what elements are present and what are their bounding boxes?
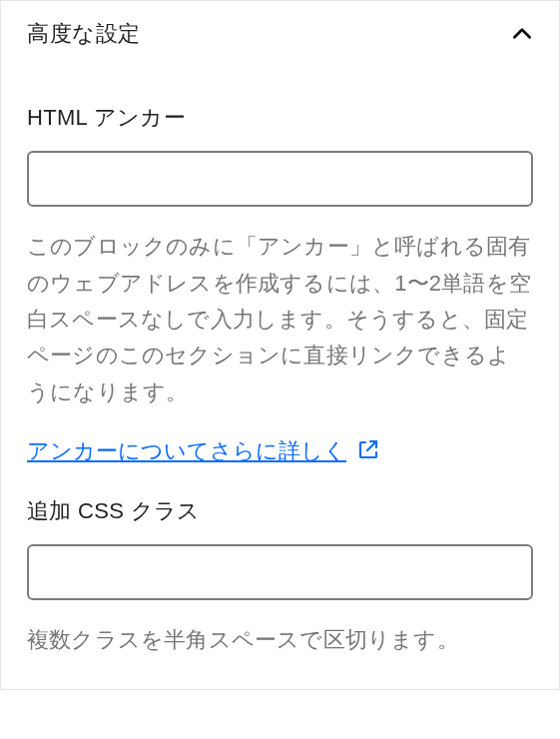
css-class-help: 複数クラスを半角スペースで区切ります。 [27, 622, 533, 657]
anchor-learn-more-label: アンカーについてさらに詳しく [27, 436, 346, 466]
panel-body: HTML アンカー このブロックのみに「アンカー」と呼ばれる固有のウェブアドレス… [1, 67, 559, 689]
css-class-label: 追加 CSS クラス [27, 496, 533, 526]
html-anchor-label: HTML アンカー [27, 103, 533, 133]
css-class-input[interactable] [27, 544, 533, 600]
anchor-learn-more-row: アンカーについてさらに詳しく [27, 436, 533, 466]
svg-line-0 [367, 441, 376, 450]
html-anchor-input[interactable] [27, 151, 533, 207]
panel-header[interactable]: 高度な設定 [1, 1, 559, 67]
advanced-settings-panel: 高度な設定 HTML アンカー このブロックのみに「アンカー」と呼ばれる固有のウ… [0, 0, 560, 690]
anchor-learn-more-link[interactable]: アンカーについてさらに詳しく [27, 436, 380, 466]
chevron-up-icon [509, 21, 535, 47]
external-link-icon [356, 437, 380, 467]
panel-title: 高度な設定 [27, 21, 141, 47]
html-anchor-help: このブロックのみに「アンカー」と呼ばれる固有のウェブアドレスを作成するには、1〜… [27, 229, 533, 409]
